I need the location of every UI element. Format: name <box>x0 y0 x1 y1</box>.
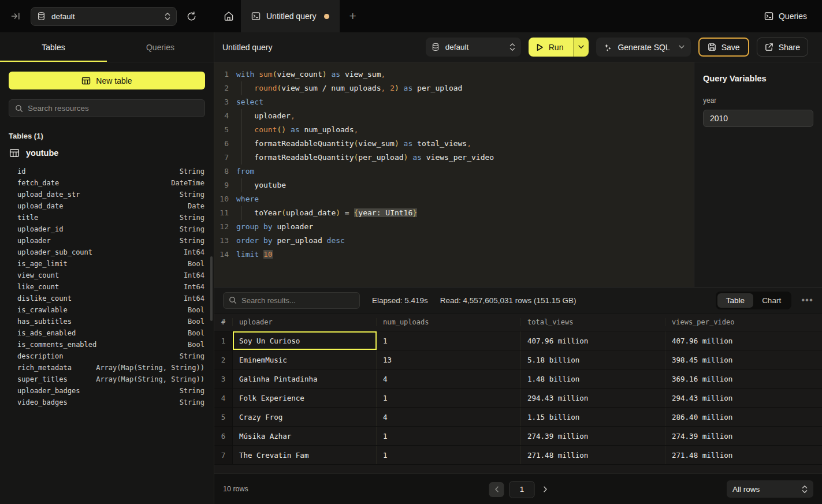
results-cell[interactable]: 1.48 billion <box>521 369 665 388</box>
results-cell[interactable]: 1 <box>377 427 521 445</box>
chevron-updown-icon <box>509 43 515 51</box>
results-cell[interactable]: 1.15 billion <box>521 408 665 426</box>
variable-value-input[interactable] <box>703 110 813 127</box>
results-cell[interactable]: 5.18 billion <box>521 350 665 369</box>
results-header-cell[interactable]: uploader <box>233 318 377 326</box>
page-size-selector[interactable]: All rows <box>727 480 813 498</box>
results-cell[interactable]: 286.40 million <box>665 408 822 426</box>
save-icon <box>708 43 716 51</box>
results-cell[interactable]: 1 <box>377 389 521 407</box>
query-toolbar: Untitled query default <box>214 32 822 62</box>
column-name: video_badges <box>17 397 68 408</box>
column-type: Bool <box>188 258 204 270</box>
resource-search[interactable] <box>9 99 205 117</box>
results-cell[interactable]: Galinha Pintadinha <box>233 369 377 388</box>
results-cell[interactable]: 274.39 million <box>521 427 665 445</box>
results-cell[interactable]: EminemMusic <box>233 350 377 369</box>
results-footer: 10 rows All rows <box>214 473 822 504</box>
code-line: 4 uploader, <box>214 109 694 123</box>
next-page-button[interactable] <box>544 486 548 492</box>
results-cell[interactable]: Músika Azhar <box>233 427 377 445</box>
page-number-input[interactable] <box>509 481 535 498</box>
view-tab-chart[interactable]: Chart <box>753 293 790 308</box>
new-tab-button[interactable]: + <box>349 9 356 23</box>
top-bar: default Untitled query + <box>0 0 822 32</box>
results-search-input[interactable] <box>241 296 354 305</box>
new-table-button[interactable]: New table <box>9 72 205 89</box>
results-cell[interactable]: 294.43 million <box>665 389 822 407</box>
results-cell[interactable]: 294.43 million <box>521 389 665 407</box>
results-cell[interactable]: 271.48 million <box>521 446 665 464</box>
column-type: String <box>180 397 204 408</box>
row-number-cell: 7 <box>214 446 233 464</box>
read-stat: Read: 4,557,605,031 rows (151.15 GB) <box>440 296 576 305</box>
results-cell[interactable]: 1 <box>377 446 521 464</box>
results-cell[interactable]: 407.96 million <box>665 331 822 350</box>
view-tab-table[interactable]: Table <box>717 293 753 308</box>
chevron-down-icon[interactable] <box>679 45 685 49</box>
results-cell[interactable]: Crazy Frog <box>233 408 377 426</box>
results-cell[interactable]: 398.45 million <box>665 350 822 369</box>
line-number: 3 <box>214 95 233 109</box>
results-cell[interactable]: 407.96 million <box>521 331 665 350</box>
results-header-cell[interactable]: # <box>214 318 233 326</box>
results-cell[interactable]: 4 <box>377 408 521 426</box>
column-type: Int64 <box>184 270 204 281</box>
schema-column-row: view_countInt64 <box>17 270 204 281</box>
code-line: 1with sum(view_count) as view_sum, <box>214 68 694 81</box>
column-name: upload_date_str <box>17 189 80 200</box>
row-number-cell: 1 <box>214 331 233 350</box>
editor-tab-bar: Untitled query + <box>217 0 356 32</box>
results-cell[interactable]: 13 <box>377 350 521 369</box>
run-options-button[interactable] <box>573 38 589 57</box>
query-variables-title: Query Variables <box>703 74 813 83</box>
results-cell[interactable]: 1 <box>377 331 521 350</box>
column-type: String <box>180 166 204 177</box>
column-type: String <box>180 212 204 223</box>
column-name: super_titles <box>17 374 68 385</box>
schema-column-row: fetch_dateDateTime <box>17 177 204 189</box>
tab-untitled-query[interactable]: Untitled query <box>241 0 340 32</box>
code-text: where <box>233 192 259 206</box>
results-menu-button[interactable]: ••• <box>801 294 813 306</box>
results-cell[interactable]: Folk Experience <box>233 389 377 407</box>
resource-search-input[interactable] <box>28 104 199 113</box>
results-cell[interactable]: 369.16 million <box>665 369 822 388</box>
queries-button[interactable]: Queries <box>764 0 807 32</box>
results-header-cell[interactable]: num_uploads <box>377 318 521 326</box>
collapse-sidebar-icon[interactable] <box>10 11 21 21</box>
home-button[interactable] <box>217 0 241 32</box>
refresh-icon[interactable] <box>186 11 197 22</box>
search-icon <box>15 104 23 113</box>
sidebar-tab-queries[interactable]: Queries <box>107 32 214 62</box>
results-header-cell[interactable]: views_per_video <box>665 318 822 326</box>
schema-column-row: video_badgesString <box>17 397 204 408</box>
sidebar-tab-tables[interactable]: Tables <box>0 32 107 62</box>
generate-sql-button[interactable]: Generate SQL <box>596 38 690 57</box>
results-cell[interactable]: The Crevatin Fam <box>233 446 377 464</box>
table-row: 6Músika Azhar1274.39 million274.39 milli… <box>214 427 822 446</box>
line-number: 1 <box>214 68 233 81</box>
column-type: Array(Map(String, String)) <box>96 362 204 374</box>
sidebar-scrollbar[interactable] <box>210 256 213 321</box>
results-header-cell[interactable]: total_views <box>521 318 665 326</box>
database-selector[interactable]: default <box>31 7 177 26</box>
sql-editor[interactable]: 1with sum(view_count) as view_sum,2 roun… <box>214 62 694 287</box>
database-icon <box>432 43 440 51</box>
save-button[interactable]: Save <box>698 38 749 57</box>
column-type: String <box>180 223 204 235</box>
results-cell[interactable]: 274.39 million <box>665 427 822 445</box>
prev-page-button[interactable] <box>489 482 504 497</box>
column-type: Int64 <box>184 293 204 304</box>
table-row: 1Soy Un Curioso1407.96 million407.96 mil… <box>214 331 822 350</box>
results-cell[interactable]: Soy Un Curioso <box>233 331 377 350</box>
table-entry-youtube[interactable]: youtube <box>9 148 214 158</box>
results-toolbar: Elapsed: 5.419s Read: 4,557,605,031 rows… <box>214 288 822 313</box>
code-line: 13order by per_upload desc <box>214 234 694 248</box>
results-search[interactable] <box>223 292 360 309</box>
run-button[interactable]: Run <box>529 38 574 57</box>
query-database-selector[interactable]: default <box>426 38 521 57</box>
share-button[interactable]: Share <box>757 38 808 57</box>
results-cell[interactable]: 4 <box>377 369 521 388</box>
results-cell[interactable]: 271.48 million <box>665 446 822 464</box>
